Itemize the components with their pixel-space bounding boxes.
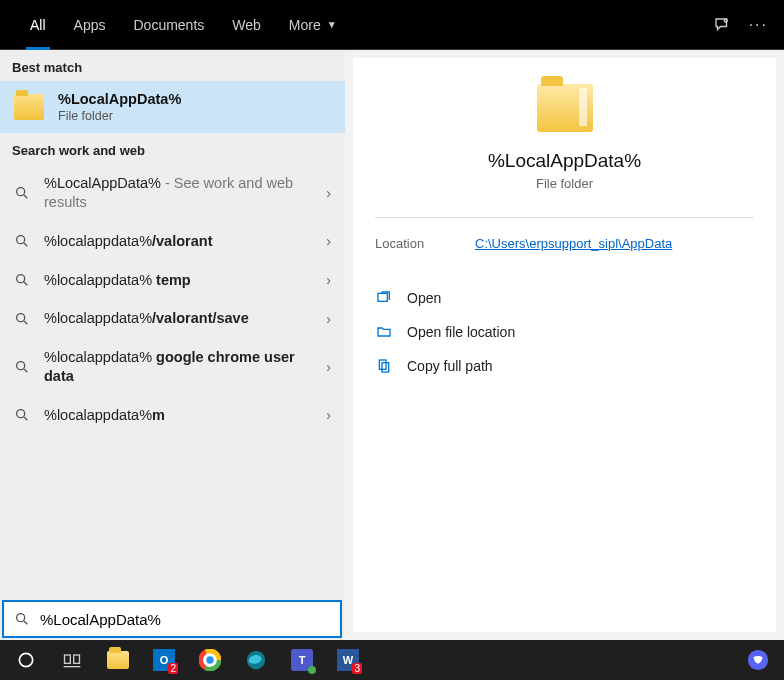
- suggestion-text: %localappdata%/valorant: [44, 232, 312, 251]
- suggestion-item[interactable]: %localappdata% temp›: [0, 261, 345, 300]
- taskbar-cortana-icon[interactable]: [6, 640, 46, 680]
- taskbar-file-explorer-icon[interactable]: [98, 640, 138, 680]
- detail-subtitle: File folder: [536, 176, 593, 191]
- svg-rect-8: [379, 360, 386, 369]
- action-copy-path[interactable]: Copy full path: [375, 349, 754, 383]
- svg-point-10: [17, 614, 25, 622]
- svg-point-11: [19, 653, 32, 666]
- svg-rect-12: [65, 655, 71, 663]
- action-open-label: Open: [407, 290, 441, 306]
- tab-web[interactable]: Web: [218, 0, 275, 50]
- best-match-title: %LocalAppData%: [58, 91, 181, 107]
- suggestion-text: %localappdata% google chrome user data: [44, 348, 312, 386]
- suggestion-item[interactable]: %LocalAppData% - See work and web result…: [0, 164, 345, 222]
- copy-icon: [375, 357, 393, 375]
- suggestion-item[interactable]: %localappdata% google chrome user data›: [0, 338, 345, 396]
- svg-point-18: [206, 656, 213, 663]
- action-open[interactable]: Open: [375, 281, 754, 315]
- tab-more-label: More: [289, 17, 321, 33]
- suggestion-text: %localappdata%m: [44, 406, 312, 425]
- svg-point-1: [17, 188, 25, 196]
- detail-title: %LocalAppData%: [488, 150, 641, 172]
- action-open-location-label: Open file location: [407, 324, 515, 340]
- taskbar: O 2 T W 3: [0, 640, 784, 680]
- best-match-result[interactable]: %LocalAppData% File folder: [0, 81, 345, 133]
- search-input-container[interactable]: [2, 600, 342, 638]
- taskbar-outlook-icon[interactable]: O 2: [144, 640, 184, 680]
- tab-apps[interactable]: Apps: [60, 0, 120, 50]
- section-search-web: Search work and web: [0, 133, 345, 164]
- folder-icon: [107, 651, 129, 669]
- feedback-icon[interactable]: [713, 16, 731, 34]
- tab-more[interactable]: More ▼: [275, 0, 351, 50]
- chevron-right-icon: ›: [326, 272, 331, 288]
- divider: [375, 217, 754, 218]
- section-best-match: Best match: [0, 50, 345, 81]
- action-copy-path-label: Copy full path: [407, 358, 493, 374]
- svg-point-3: [17, 275, 25, 283]
- chevron-right-icon: ›: [326, 359, 331, 375]
- svg-point-6: [17, 410, 25, 418]
- chevron-right-icon: ›: [326, 185, 331, 201]
- taskbar-chrome-icon[interactable]: [190, 640, 230, 680]
- suggestion-item[interactable]: %localappdata%/valorant/save›: [0, 299, 345, 338]
- suggestion-text: %localappdata%/valorant/save: [44, 309, 312, 328]
- svg-point-0: [724, 19, 727, 22]
- location-link[interactable]: C:\Users\erpsupport_sipl\AppData: [475, 236, 672, 251]
- search-results-body: Best match %LocalAppData% File folder Se…: [0, 50, 784, 640]
- folder-outline-icon: [375, 323, 393, 341]
- search-icon: [14, 611, 30, 627]
- taskbar-teams-icon[interactable]: T: [282, 640, 322, 680]
- taskbar-word-icon[interactable]: W 3: [328, 640, 368, 680]
- results-list: Best match %LocalAppData% File folder Se…: [0, 50, 345, 640]
- suggestion-text: %LocalAppData% - See work and web result…: [44, 174, 312, 212]
- chevron-down-icon: ▼: [327, 19, 337, 30]
- svg-point-2: [17, 236, 25, 244]
- tab-all[interactable]: All: [16, 0, 60, 50]
- tab-documents[interactable]: Documents: [119, 0, 218, 50]
- detail-actions: Open Open file location Copy full path: [375, 281, 754, 383]
- more-options-icon[interactable]: ···: [749, 16, 768, 34]
- search-input[interactable]: [40, 611, 330, 628]
- windows-search-panel: All Apps Documents Web More ▼ ··· Best m…: [0, 0, 784, 640]
- taskbar-edge-icon[interactable]: [236, 640, 276, 680]
- svg-point-4: [17, 313, 25, 321]
- search-filter-tabs: All Apps Documents Web More ▼ ···: [0, 0, 784, 50]
- folder-icon: [14, 94, 44, 120]
- svg-point-5: [17, 362, 25, 370]
- chevron-right-icon: ›: [326, 311, 331, 327]
- suggestion-item[interactable]: %localappdata%m›: [0, 396, 345, 435]
- best-match-subtitle: File folder: [58, 109, 181, 123]
- result-details-pane: %LocalAppData% File folder Location C:\U…: [353, 58, 776, 632]
- location-row: Location C:\Users\erpsupport_sipl\AppDat…: [375, 236, 754, 251]
- open-icon: [375, 289, 393, 307]
- svg-rect-13: [74, 655, 80, 663]
- folder-icon-large: [537, 84, 593, 132]
- suggestion-item[interactable]: %localappdata%/valorant›: [0, 222, 345, 261]
- chevron-right-icon: ›: [326, 233, 331, 249]
- chevron-right-icon: ›: [326, 407, 331, 423]
- taskbar-taskview-icon[interactable]: [52, 640, 92, 680]
- svg-rect-9: [382, 363, 389, 372]
- action-open-location[interactable]: Open file location: [375, 315, 754, 349]
- taskbar-discord-icon[interactable]: [738, 640, 778, 680]
- location-label: Location: [375, 236, 475, 251]
- suggestion-text: %localappdata% temp: [44, 271, 312, 290]
- svg-rect-7: [378, 293, 387, 301]
